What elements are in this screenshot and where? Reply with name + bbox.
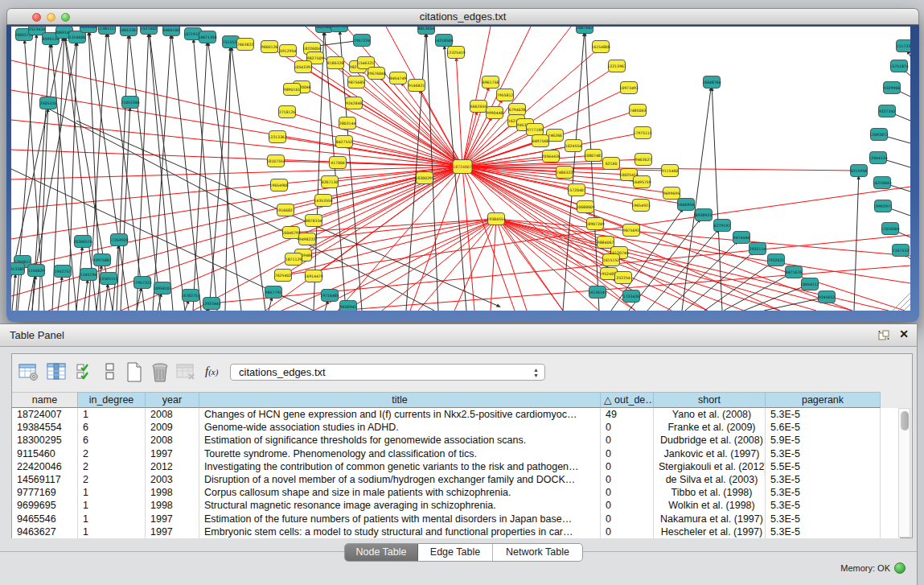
graph-edge[interactable] [898, 232, 910, 237]
graph-node-label: 12213363 [268, 135, 286, 139]
graph-node-label: 9329966 [884, 86, 901, 90]
graph-edge[interactable] [457, 61, 462, 167]
graph-edge[interactable] [909, 54, 910, 56]
table-settings-icon[interactable] [18, 362, 39, 381]
graph-edge[interactable] [496, 219, 852, 311]
graph-edge[interactable] [888, 137, 910, 143]
graph-edge[interactable] [898, 299, 910, 311]
cell-in_degree: 2 [78, 460, 146, 473]
graph-edge[interactable] [418, 219, 496, 311]
table-row[interactable]: 1872400712008Changes of HCN gene express… [12, 408, 900, 421]
table-row[interactable]: 1456911722003Disruption of a novel membe… [12, 473, 900, 486]
graph-edge[interactable] [382, 219, 496, 311]
graph-node-label: 9636941 [340, 305, 357, 309]
cell-pagerank: 5.3E-5 [766, 525, 881, 538]
graph-edge[interactable] [724, 276, 786, 311]
function-icon[interactable]: f(x) [205, 365, 218, 378]
cell-name: 9465546 [12, 513, 78, 525]
cell-short: Wolkin et al. (1998) [654, 499, 766, 512]
table-row[interactable]: 977716911998Corpus callosum shape and si… [12, 486, 900, 499]
graph-edge[interactable] [496, 219, 910, 256]
stacked-squares-icon[interactable] [103, 362, 117, 381]
graph-node-label: 2087682 [577, 27, 593, 30]
float-window-icon[interactable] [878, 330, 889, 340]
graph-edge[interactable] [12, 278, 15, 311]
graph-edge[interactable] [310, 91, 462, 167]
table-row[interactable]: 946554611997Estimation of the future num… [12, 513, 900, 525]
tab-network-table[interactable]: Network Table [493, 544, 582, 561]
cell-in_degree: 1 [78, 408, 146, 421]
graph-node-label: 5912954 [280, 49, 297, 53]
table-row[interactable]: 2242004622012Investigating the contribut… [12, 460, 900, 473]
network-canvas[interactable]: 2405572425134248595124206914061316600963… [11, 27, 910, 311]
graph-edge[interactable] [854, 179, 859, 311]
tab-node-table[interactable]: Node Table [345, 544, 418, 561]
close-panel-icon[interactable]: ✕ [899, 328, 909, 340]
graph-node-label: 19654923 [631, 204, 650, 208]
graph-node-label: 8427552 [336, 140, 353, 144]
graph-edge[interactable] [906, 72, 910, 76]
graph-edge[interactable] [137, 37, 149, 311]
graph-node-label: 19384554 [487, 217, 505, 221]
table-row[interactable]: 911546021997Tourette syndrome. Phenomeno… [12, 447, 900, 460]
column-header-pagerank[interactable]: pagerank [766, 392, 881, 408]
column-header-in_degree[interactable]: in_degree [78, 392, 146, 408]
graph-edge[interactable] [713, 91, 722, 311]
graph-edge[interactable] [895, 114, 910, 121]
graph-node-label: 2505316 [40, 101, 57, 105]
tab-edge-table[interactable]: Edge Table [418, 544, 493, 561]
graph-edge[interactable] [129, 39, 161, 311]
graph-edge[interactable] [904, 304, 910, 311]
table-row[interactable]: 1830029562008Estimation of significance … [12, 434, 900, 447]
graph-edge[interactable] [462, 27, 571, 167]
cell-short: Dudbridge et al. (2008) [654, 434, 766, 447]
graph-node-label: 10543392 [294, 65, 312, 69]
graph-edge[interactable] [891, 209, 910, 216]
table-body: 1872400712008Changes of HCN gene express… [12, 408, 900, 538]
graph-edge[interactable] [907, 256, 910, 259]
scrollbar-thumb[interactable] [901, 411, 909, 431]
graph-edge[interactable] [496, 219, 744, 311]
row-checks-icon[interactable] [76, 362, 94, 381]
graph-edge[interactable] [890, 185, 910, 192]
window-titlebar[interactable]: citations_edges.txt [6, 8, 919, 25]
table-select-combo[interactable]: citations_edges.txt ▲▼ [230, 364, 545, 381]
graph-node-label: 17957223 [133, 281, 151, 285]
graph-edge[interactable] [462, 167, 905, 311]
table-row[interactable]: 969969511998Structural magnetic resonanc… [12, 499, 900, 512]
cell-out_de: 0 [601, 486, 654, 499]
graph-edge[interactable] [491, 219, 496, 311]
graph-edge[interactable] [281, 219, 496, 311]
cell-pagerank: 5.5E-5 [766, 460, 881, 473]
table-scrollbar[interactable] [898, 408, 910, 538]
graph-node-label: 1316600 [69, 35, 86, 39]
graph-edge[interactable] [900, 92, 910, 97]
cell-out_de: 0 [601, 473, 654, 486]
trash-icon[interactable] [150, 362, 170, 383]
graph-edge[interactable] [325, 35, 346, 311]
column-header-short[interactable]: short [654, 392, 766, 408]
graph-edge[interactable] [11, 167, 462, 269]
column-header-out_de[interactable]: △ out_de… [601, 392, 654, 408]
column-header-name[interactable]: name [12, 392, 78, 408]
column-header-year[interactable]: year [146, 392, 199, 408]
column-header-title[interactable]: title [199, 392, 601, 408]
network-graph[interactable]: 2405572425134248595124206914061316600963… [11, 27, 910, 311]
graph-edge[interactable] [454, 219, 496, 311]
cell-year: 1997 [146, 513, 199, 525]
table-column-icon[interactable] [47, 362, 68, 381]
graph-edge[interactable] [39, 112, 47, 311]
graph-edge[interactable] [193, 46, 207, 311]
graph-node-label: 8813054 [418, 27, 435, 31]
cell-year: 2008 [146, 434, 199, 447]
graph-edge[interactable] [269, 301, 271, 311]
graph-edge[interactable] [150, 37, 173, 311]
new-document-icon[interactable] [125, 362, 144, 383]
graph-edge[interactable] [355, 126, 462, 167]
table-row[interactable]: 946362711997Embryonic stem cells: a mode… [12, 525, 900, 538]
graph-edge[interactable] [887, 160, 910, 167]
graph-edge[interactable] [185, 303, 187, 311]
table-row[interactable]: 1938455462009Genome-wide association stu… [12, 421, 900, 434]
graph-edge[interactable] [232, 51, 265, 311]
graph-node-label: 2935114 [749, 247, 766, 251]
